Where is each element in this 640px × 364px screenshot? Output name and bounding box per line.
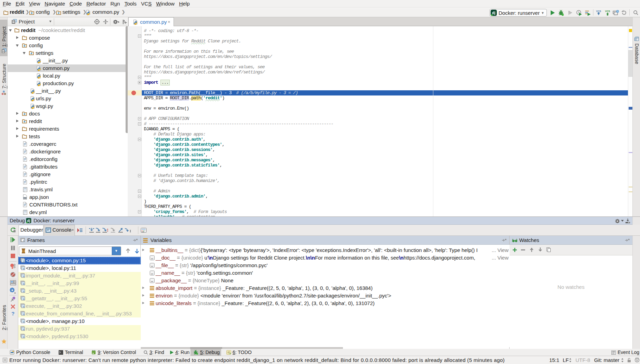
svg-text:VCS: VCS [605,10,610,12]
svg-text:s: s [23,336,24,338]
svg-text:s: s [23,298,24,300]
svg-text:s: s [23,313,24,315]
svg-text:s: s [23,290,24,293]
svg-text:s: s [23,267,24,270]
svg-text:𝓂: 𝓂 [151,280,154,283]
svg-text:dj: dj [27,219,30,223]
svg-text:𝓂: 𝓂 [151,257,154,260]
svg-text:s: s [23,275,24,277]
svg-text:𝓂: 𝓂 [151,272,154,275]
svg-text:?: ? [11,311,14,316]
svg-text:s: s [23,239,24,242]
svg-text:I: I [130,229,131,233]
svg-text:VCS: VCS [596,10,601,12]
svg-text:s: s [23,260,24,262]
svg-text:s: s [23,321,24,323]
svg-text:𝓂: 𝓂 [151,264,154,267]
svg-text:s: s [23,283,24,285]
svg-text:s: s [23,328,24,331]
svg-text:s: s [23,305,24,308]
